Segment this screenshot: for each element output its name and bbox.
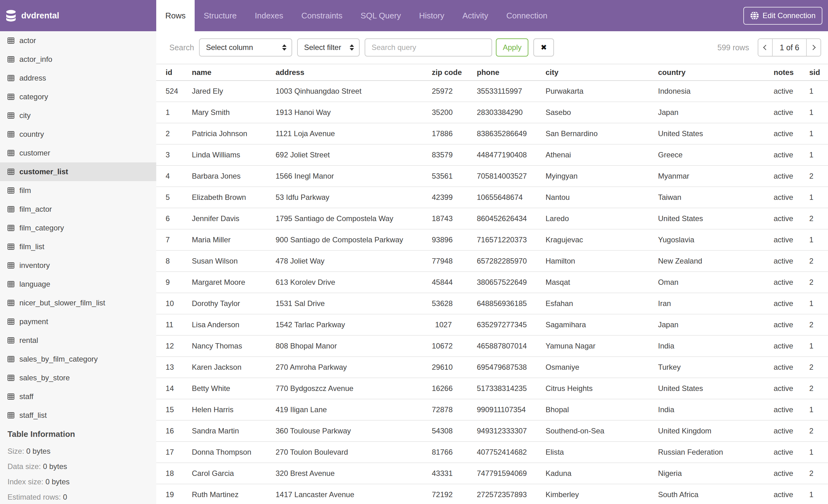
cell-zip-code: 16266: [432, 378, 477, 399]
sidebar-table-address[interactable]: address: [0, 69, 156, 87]
cell-country: Myanmar: [658, 166, 774, 187]
previous-page-button[interactable]: [758, 39, 772, 56]
cell-notes: active: [774, 463, 809, 484]
table-row[interactable]: 5Elizabeth Brown53 Idfu Parkway423991065…: [156, 187, 828, 208]
table-row[interactable]: 1Mary Smith1913 Hanoi Way352002830338429…: [156, 102, 828, 123]
cell-notes: active: [774, 335, 809, 357]
sidebar-table-customer[interactable]: customer: [0, 144, 156, 163]
cell-name: Ruth Martinez: [192, 484, 276, 504]
sidebar-table-city[interactable]: city: [0, 106, 156, 125]
sidebar-table-film_actor[interactable]: film_actor: [0, 200, 156, 219]
cell-notes: active: [774, 357, 809, 378]
table-icon: [7, 281, 14, 287]
app-window: dvdrental RowsStructureIndexesConstraint…: [0, 0, 828, 504]
cell-id: 3: [156, 144, 192, 166]
table-row[interactable]: 524Jared Ely1003 Qinhuangdao Street25972…: [156, 81, 828, 102]
table-row[interactable]: 7Maria Miller900 Santiago de Compostela …: [156, 229, 828, 250]
sidebar-table-staff[interactable]: staff: [0, 387, 156, 406]
table-information-panel: Table Information Size: 0 bytesData size…: [0, 428, 156, 504]
cell-zip-code: 42399: [432, 187, 477, 208]
table-icon: [7, 412, 14, 418]
tab-bar: RowsStructureIndexesConstraintsSQL Query…: [156, 0, 556, 31]
table-row[interactable]: 19Ruth Martinez1417 Lancaster Avenue7219…: [156, 484, 828, 504]
tab-constraints[interactable]: Constraints: [292, 0, 352, 31]
page-indicator: 1 of 6: [772, 39, 807, 56]
table-info-row: Size: 0 bytes: [7, 444, 156, 459]
cell-notes: active: [774, 442, 809, 463]
table-icon: [7, 187, 14, 194]
cell-name: Sandra Martin: [192, 420, 276, 442]
cell-country: United Kingdom: [658, 420, 774, 442]
cell-country: Japan: [658, 102, 774, 123]
cell-address: 1566 Inegl Manor: [276, 166, 432, 187]
table-row[interactable]: 2Patricia Johnson1121 Loja Avenue1788683…: [156, 123, 828, 144]
tab-sql-query[interactable]: SQL Query: [351, 0, 410, 31]
table-info-row: Data size: 0 bytes: [7, 459, 156, 474]
cell-address: 1795 Santiago de Compostela Way: [276, 208, 432, 229]
cell-name: Barbara Jones: [192, 166, 276, 187]
sidebar-table-staff_list[interactable]: staff_list: [0, 406, 156, 425]
cell-notes: active: [774, 250, 809, 272]
tab-history[interactable]: History: [410, 0, 453, 31]
cell-id: 10: [156, 293, 192, 314]
tab-connection[interactable]: Connection: [497, 0, 556, 31]
cell-name: Jennifer Davis: [192, 208, 276, 229]
table-row[interactable]: 6Jennifer Davis1795 Santiago de Composte…: [156, 208, 828, 229]
table-row[interactable]: 11Lisa Anderson1542 Tarlac Parkway102763…: [156, 314, 828, 335]
cell-notes: active: [774, 208, 809, 229]
cell-id: 19: [156, 484, 192, 504]
clear-search-button[interactable]: ✖: [533, 38, 554, 56]
sidebar-table-nicer_but_slower_film_list[interactable]: nicer_but_slower_film_list: [0, 293, 156, 312]
sidebar-table-rental[interactable]: rental: [0, 331, 156, 350]
sidebar-table-film_list[interactable]: film_list: [0, 237, 156, 256]
sidebar-table-sales_by_store[interactable]: sales_by_store: [0, 368, 156, 387]
table-row[interactable]: 15Helen Harris419 Iligan Lane72878990911…: [156, 399, 828, 420]
tab-activity[interactable]: Activity: [453, 0, 497, 31]
cell-notes: active: [774, 378, 809, 399]
table-row[interactable]: 8Susan Wilson478 Joliet Way7794865728228…: [156, 250, 828, 272]
table-row[interactable]: 16Sandra Martin360 Toulouse Parkway54308…: [156, 420, 828, 442]
database-title: dvdrental: [21, 11, 59, 20]
apply-button[interactable]: Apply: [496, 38, 528, 56]
cell-sid: 1: [809, 442, 828, 463]
row-count: 599 rows: [717, 43, 749, 52]
cell-name: Elizabeth Brown: [192, 187, 276, 208]
sidebar-table-film_category[interactable]: film_category: [0, 219, 156, 237]
cell-notes: active: [774, 123, 809, 144]
data-table: idnameaddresszip codephonecitycountrynot…: [156, 64, 828, 504]
cell-city: Esfahan: [545, 293, 658, 314]
sidebar-table-payment[interactable]: payment: [0, 312, 156, 331]
table-row[interactable]: 9Margaret Moore613 Korolev Drive45844380…: [156, 272, 828, 293]
tab-structure[interactable]: Structure: [195, 0, 246, 31]
table-row[interactable]: 10Dorothy Taylor1531 Sal Drive5362864885…: [156, 293, 828, 314]
table-row[interactable]: 14Betty White770 Bydgoszcz Avenue1626651…: [156, 378, 828, 399]
column-select[interactable]: Select column: [199, 38, 292, 56]
sidebar-table-sales_by_film_category[interactable]: sales_by_film_category: [0, 350, 156, 368]
edit-connection-button[interactable]: Edit Connection: [743, 7, 822, 25]
sidebar-table-country[interactable]: country: [0, 125, 156, 144]
table-row[interactable]: 18Carol Garcia320 Brest Avenue4333174779…: [156, 463, 828, 484]
sidebar-table-actor[interactable]: actor: [0, 31, 156, 50]
next-page-button[interactable]: [807, 39, 821, 56]
table-row[interactable]: 13Karen Jackson270 Amroha Parkway2961069…: [156, 357, 828, 378]
sidebar-table-customer_list[interactable]: customer_list: [0, 163, 156, 181]
pagination: 1 of 6: [758, 38, 821, 56]
top-header: dvdrental RowsStructureIndexesConstraint…: [0, 0, 828, 31]
table-row[interactable]: 12Nancy Thomas808 Bhopal Manor1067246588…: [156, 335, 828, 357]
tab-indexes[interactable]: Indexes: [246, 0, 292, 31]
table-row[interactable]: 17Donna Thompson270 Toulon Boulevard8176…: [156, 442, 828, 463]
table-row[interactable]: 3Linda Williams692 Joliet Street83579448…: [156, 144, 828, 166]
cell-country: Russian Federation: [658, 442, 774, 463]
sidebar-table-category[interactable]: category: [0, 87, 156, 106]
sidebar-table-language[interactable]: language: [0, 275, 156, 293]
search-query-input[interactable]: [365, 38, 492, 56]
table-icon: [7, 150, 14, 156]
tab-rows[interactable]: Rows: [156, 0, 195, 31]
sidebar-table-inventory[interactable]: inventory: [0, 256, 156, 275]
sidebar-table-actor_info[interactable]: actor_info: [0, 50, 156, 69]
table-row[interactable]: 4Barbara Jones1566 Inegl Manor5356170581…: [156, 166, 828, 187]
cell-city: Bhopal: [545, 399, 658, 420]
filter-select[interactable]: Select filter: [297, 38, 360, 56]
sidebar-table-film[interactable]: film: [0, 181, 156, 200]
cell-id: 2: [156, 123, 192, 144]
